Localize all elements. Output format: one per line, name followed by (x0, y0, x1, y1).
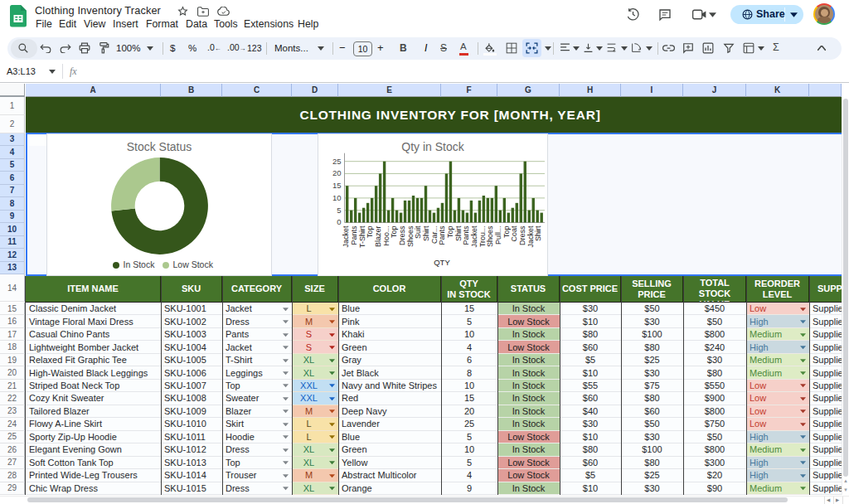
svg-text:Top: Top (366, 225, 374, 238)
svg-text:QTY: QTY (434, 257, 450, 266)
svg-text:Shirt: Shirt (422, 225, 430, 240)
svg-text:Pull...: Pull... (494, 225, 502, 245)
svg-text:Coat: Coat (510, 225, 518, 241)
svg-text:Jacket: Jacket (470, 225, 478, 247)
svg-text:Suit: Suit (414, 225, 422, 238)
svg-text:Car...: Car... (430, 225, 439, 244)
svg-text:Trou...: Trou... (478, 225, 487, 247)
svg-text:T-Shirt: T-Shirt (358, 225, 366, 247)
svg-text:Jacket: Jacket (342, 225, 350, 247)
svg-text:Pants: Pants (350, 225, 358, 245)
svg-text:15: 15 (332, 181, 342, 190)
svg-text:Shoes: Shoes (406, 225, 415, 246)
svg-text:0: 0 (337, 217, 341, 226)
svg-text:Qty in Stock: Qty in Stock (401, 139, 464, 153)
svg-text:Pants: Pants (438, 225, 446, 245)
svg-text:Top: Top (502, 225, 511, 238)
svg-text:20: 20 (332, 168, 342, 177)
svg-text:Shirt: Shirt (454, 225, 463, 240)
svg-text:Jacket: Jacket (526, 225, 535, 247)
svg-text:Top: Top (446, 225, 454, 238)
svg-text:Blazer: Blazer (374, 225, 382, 247)
svg-text:Hoo...: Hoo... (382, 225, 391, 245)
svg-text:5: 5 (337, 205, 341, 214)
svg-text:10: 10 (332, 192, 342, 201)
svg-text:Shirt: Shirt (534, 225, 542, 240)
svg-text:Dress: Dress (518, 225, 526, 245)
svg-text:25: 25 (332, 156, 342, 165)
svg-text:Dress: Dress (398, 225, 406, 245)
svg-text:Pants: Pants (462, 225, 470, 245)
svg-text:Top: Top (390, 225, 398, 238)
svg-text:Shoes: Shoes (486, 225, 494, 246)
